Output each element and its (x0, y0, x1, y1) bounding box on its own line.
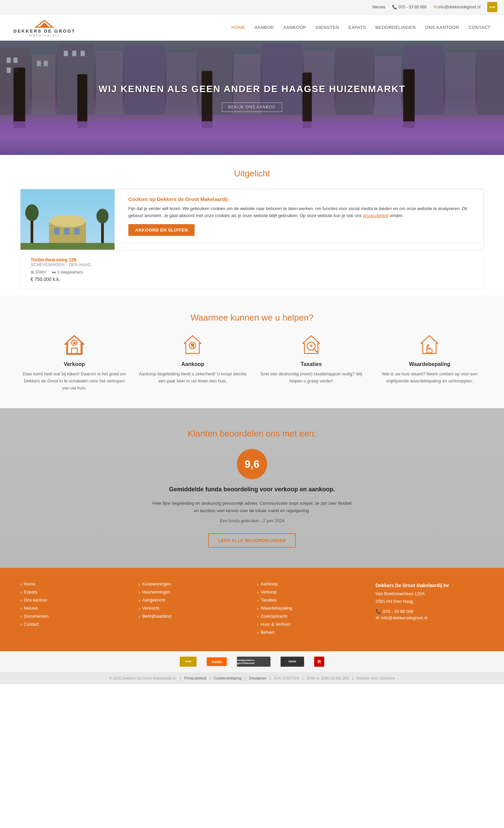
cookie-banner: Cookies op Dekkers de Groot Makelaardij … (115, 189, 484, 243)
waardebepaling-desc: Wat is uw huis waard? Neem contact op vo… (376, 371, 484, 385)
property-card[interactable]: Cookies op Dekkers de Groot Makelaardij … (20, 189, 484, 250)
funda-logo: funda (207, 657, 227, 666)
footer-phone-link[interactable]: 📞 070 - 33 88 066 (376, 609, 484, 614)
svg-rect-18 (13, 57, 17, 63)
r-logo: R (314, 657, 324, 667)
footer-street: Van Boetzelaerlaan 110A (376, 590, 484, 597)
footer-link-expats[interactable]: Expats (20, 589, 129, 595)
cookie-declaration-link[interactable]: Cookieverklaring (214, 676, 242, 680)
footer-link-home[interactable]: Home (20, 581, 129, 587)
reviews-button[interactable]: LEES ALLE BEOORDELINGEN (208, 533, 296, 548)
footer-link-zoekopdracht[interactable]: Zoekopdracht (257, 614, 366, 619)
footer-link-aangekocht[interactable]: Aangekocht (139, 597, 247, 603)
nav-contact[interactable]: CONTACT (469, 25, 491, 30)
svg-rect-34 (54, 228, 59, 235)
rating-score: 9,6 (237, 449, 267, 479)
nieuws-link[interactable]: Nieuws (372, 5, 385, 9)
logo[interactable]: DEKKERS DE GROOT makelaardij (13, 18, 76, 37)
footer-link-verkoop[interactable]: Verkoop (257, 589, 366, 595)
dienst-aankoop[interactable]: Aankoop Aankoop begeleiding biedt u zeke… (139, 333, 247, 391)
email-icon: ✉ (376, 615, 379, 620)
dienst-verkoop[interactable]: ★ Verkoop Daar komt heel wat bij kijken!… (20, 333, 129, 391)
divider-5: | (302, 676, 303, 680)
logo-sub: makelaardij (29, 34, 59, 37)
logo-name: DEKKERS DE GROOT (13, 29, 76, 34)
svg-text:★: ★ (72, 341, 76, 345)
nav-expats[interactable]: EXPATS (348, 25, 366, 30)
dienst-waardebepaling[interactable]: Waardebepaling Wat is uw huis waard? Nee… (376, 333, 484, 391)
svg-rect-26 (13, 68, 25, 128)
footer-link-beheer[interactable]: Beheer (257, 630, 366, 635)
footer-col-1: Home Expats Ons kantoor Nieuws Documente… (20, 581, 129, 638)
svg-point-41 (96, 209, 109, 223)
nav-aankoop[interactable]: AANKOOP (283, 25, 306, 30)
taxaties-icon (299, 333, 323, 357)
svg-point-40 (25, 204, 39, 221)
website-credit: Website door OGonline (356, 676, 395, 680)
kvk-info: KVK 27307414 (274, 676, 299, 680)
diensten-title: Waarmee kunnen we u helpen? (20, 313, 484, 323)
svg-rect-42 (20, 243, 115, 250)
footer-link-huurwoningen[interactable]: Huurwoningen (139, 589, 247, 595)
footer-link-koopwoningen[interactable]: Koopwoningen (139, 581, 247, 587)
dienst-taxaties[interactable]: Taxaties Snel een deskundig (nwwi) taxat… (257, 333, 366, 391)
uitgelicht-section: Uitgelicht (0, 155, 504, 296)
nav-home[interactable]: HOME (232, 25, 245, 30)
hero-section: WIJ KENNEN ALS GEEN ANDER DE HAAGSE HUIZ… (0, 41, 504, 155)
uitgelicht-title: Uitgelicht (20, 168, 484, 179)
footer-link-taxaties[interactable]: Taxaties (257, 597, 366, 603)
email-info: ✉ info@dekkersdegroot.nl (433, 5, 480, 9)
property-size: ⊞ 104m² (31, 270, 46, 275)
svg-rect-25 (81, 51, 85, 56)
verkoop-title: Verkoop (20, 361, 129, 367)
phone-icon: 📞 (376, 609, 381, 614)
hero-content: WIJ KENNEN ALS GEEN ANDER DE HAAGSE HUIZ… (98, 84, 405, 112)
property-address: Treilerdwarsweg 126 (31, 257, 473, 262)
btw-info: BTW nr: 8186.53.991.801 (306, 676, 349, 680)
property-listing[interactable]: Treilerdwarsweg 126 SCHEVENINGEN - DEN H… (20, 250, 484, 289)
footer-col-4: Dekkers De Groot Makelaardij bv Van Boet… (376, 581, 484, 638)
footer-link-huur-verhuur[interactable]: Huur & Verhuur (257, 622, 366, 627)
email-link[interactable]: info@dekkersdegroot.nl (438, 5, 480, 9)
cookie-accept-button[interactable]: AKKOORD EN SLUITEN (128, 224, 195, 236)
privacy-link[interactable]: privacybeleid (363, 213, 388, 218)
nav-ons-kantoor[interactable]: ONS KANTOOR (425, 25, 459, 30)
footer-email-link[interactable]: ✉ info@dekkersdegroot.nl (376, 615, 484, 620)
footer-link-ons-kantoor[interactable]: Ons kantoor (20, 597, 129, 603)
footer-link-aankoop[interactable]: Aankoop (257, 581, 366, 587)
svg-point-37 (49, 215, 86, 227)
footer-link-contact[interactable]: Contact (20, 622, 129, 627)
nav-aanbod[interactable]: AANBOD (255, 25, 274, 30)
property-bedrooms: 🛏 3 slaapkamers (52, 270, 83, 275)
footer-link-waardebepaling[interactable]: Waardebepaling (257, 606, 366, 611)
aankoop-desc: Aankoop begeleiding biedt u zekerheid! U… (139, 371, 247, 385)
property-meta: ⊞ 104m² 🛏 3 slaapkamers (31, 270, 473, 275)
privacy-policy-link[interactable]: Privacybeleid (184, 676, 206, 680)
copyright: © 2025 Dekkers De Groot Makelaardij bv (109, 676, 177, 680)
svg-rect-24 (72, 51, 76, 56)
divider-2: | (210, 676, 211, 680)
nav-beoordelingen[interactable]: BEOORDELINGEN (375, 25, 416, 30)
footer-link-verkocht[interactable]: Verkocht (139, 606, 247, 611)
nav-diensten[interactable]: DIENSTEN (316, 25, 339, 30)
svg-rect-23 (64, 51, 68, 56)
footer-link-documenten[interactable]: Documenten (20, 614, 129, 619)
footer-legal: © 2025 Dekkers De Groot Makelaardij bv |… (0, 672, 504, 684)
footer-link-nieuws[interactable]: Nieuws (20, 606, 129, 611)
footer-link-bedrijfsaanbod[interactable]: Bedrijfsaanbod (139, 614, 247, 619)
hero-cta-button[interactable]: BEKIJK ONS AANBOD (222, 102, 282, 112)
footer-address: Dekkers De Groot Makelaardij bv Van Boet… (376, 581, 484, 606)
rating-subtitle: Gemiddelde funda beoordeling voor verkoo… (20, 486, 484, 493)
footer-contact: 📞 070 - 33 88 066 ✉ info@dekkersdegroot.… (376, 609, 484, 620)
svg-line-50 (314, 349, 317, 352)
footer-logos: NVM funda vastgoedeers gecertificeerd NW… (0, 651, 504, 672)
footer-col-3-list: Aankoop Verkoop Taxaties Waardebepaling … (257, 581, 366, 635)
vastgoedeers-logo: vastgoedeers gecertificeerd (237, 657, 270, 667)
reviews-content: Klanten beoordelen ons met een: 9,6 Gemi… (20, 428, 484, 547)
footer-col-1-list: Home Expats Ons kantoor Nieuws Documente… (20, 581, 129, 627)
footer-city: 2581 AN Den Haag (376, 597, 484, 605)
property-city: SCHEVENINGEN - DEN HAAG (31, 262, 473, 267)
waardebepaling-icon (418, 333, 442, 357)
disclaimer-link[interactable]: Disclaimer (249, 676, 266, 680)
footer-orange: Home Expats Ons kantoor Nieuws Documente… (0, 568, 504, 651)
